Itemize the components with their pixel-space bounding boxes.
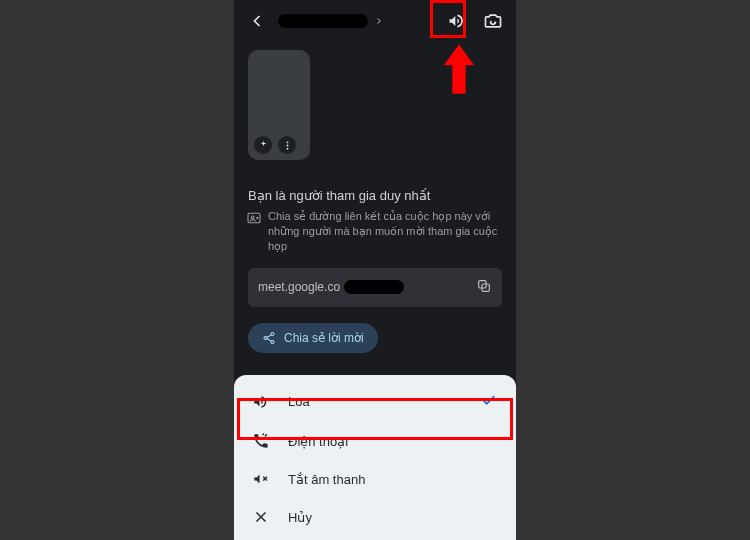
chevron-right-icon <box>374 16 384 26</box>
audio-output-sheet: Loa Điện thoại Tắt âm thanh Hủy <box>234 375 516 540</box>
preview-more-button[interactable] <box>278 136 296 154</box>
phone-icon <box>252 432 270 450</box>
svg-point-4 <box>251 216 254 219</box>
top-bar <box>234 0 516 42</box>
participant-status: Bạn là người tham gia duy nhất <box>248 188 502 203</box>
self-video-preview <box>248 50 310 160</box>
audio-option-phone[interactable]: Điện thoại <box>234 422 516 460</box>
audio-option-label: Hủy <box>288 510 312 525</box>
meeting-link-box: meet.google.co <box>248 268 502 307</box>
redacted-title <box>278 14 368 28</box>
audio-option-speaker[interactable]: Loa <box>234 381 516 422</box>
audio-option-label: Tắt âm thanh <box>288 472 365 487</box>
close-icon <box>252 508 270 526</box>
meeting-link-text: meet.google.co <box>258 280 340 294</box>
mute-icon <box>252 470 270 488</box>
audio-option-label: Điện thoại <box>288 434 348 449</box>
share-invite-label: Chia sẻ lời mời <box>284 331 364 345</box>
svg-point-2 <box>286 147 288 149</box>
svg-point-1 <box>286 144 288 146</box>
copy-link-button[interactable] <box>476 278 492 297</box>
share-invite-button[interactable]: Chia sẻ lời mời <box>248 323 378 353</box>
add-person-icon <box>246 210 262 226</box>
switch-camera-button[interactable] <box>478 6 508 36</box>
redacted-link-tail <box>344 280 404 294</box>
back-button[interactable] <box>242 6 272 36</box>
share-hint-text: Chia sẻ đường liên kết của cuộc họp này … <box>268 209 504 254</box>
svg-point-9 <box>271 340 274 343</box>
check-icon <box>480 391 498 412</box>
share-icon <box>262 331 276 345</box>
audio-option-cancel[interactable]: Hủy <box>234 498 516 536</box>
effects-button[interactable] <box>254 136 272 154</box>
audio-option-mute[interactable]: Tắt âm thanh <box>234 460 516 498</box>
svg-point-7 <box>271 332 274 335</box>
audio-option-label: Loa <box>288 394 310 409</box>
share-hint-row: Chia sẻ đường liên kết của cuộc họp này … <box>246 209 504 254</box>
annotation-arrow-up <box>440 44 478 102</box>
svg-point-0 <box>286 141 288 143</box>
app-screen: Bạn là người tham gia duy nhất Chia sẻ đ… <box>234 0 516 540</box>
speaker-icon <box>252 393 270 411</box>
audio-output-button[interactable] <box>442 6 472 36</box>
